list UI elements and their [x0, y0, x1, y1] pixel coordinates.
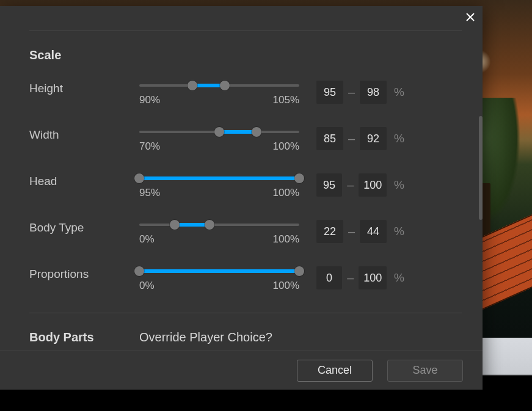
body-type-range-inputs: 22 – 44 % — [299, 220, 404, 243]
slider-fill — [139, 269, 299, 273]
height-min-input[interactable]: 95 — [316, 81, 343, 104]
unit-label: % — [394, 178, 404, 192]
proportions-slider[interactable] — [139, 266, 299, 276]
scrollbar-thumb[interactable] — [479, 116, 483, 220]
slider-thumb-hi[interactable] — [205, 220, 214, 230]
body-parts-row: Body Parts Override Player Choice? — [29, 330, 462, 344]
avatar-settings-modal: Scale Height 90% 105% — [0, 6, 483, 390]
unit-label: % — [394, 85, 404, 99]
body-type-max-input[interactable]: 44 — [360, 220, 387, 243]
slider-thumb-hi[interactable] — [252, 127, 261, 137]
head-min-input[interactable]: 95 — [316, 173, 342, 197]
slider-min-label: 95% — [139, 187, 160, 199]
head-slider-labels: 95% 100% — [139, 187, 299, 199]
slider-thumb-lo[interactable] — [170, 220, 180, 230]
slider-track — [139, 224, 299, 226]
body-type-label: Body Type — [29, 220, 139, 235]
slider-min-label: 70% — [139, 140, 160, 153]
head-range-inputs: 95 – 100 % — [299, 173, 404, 197]
head-label: Head — [29, 173, 139, 188]
slider-max-label: 100% — [273, 280, 299, 292]
range-dash: – — [347, 272, 354, 284]
unit-label: % — [394, 271, 404, 285]
override-question-label: Override Player Choice? — [139, 330, 462, 344]
height-slider-wrap: 90% 105% — [139, 81, 299, 106]
width-range-inputs: 85 – 92 % — [299, 127, 404, 150]
width-slider[interactable] — [139, 127, 299, 137]
head-slider-wrap: 95% 100% — [139, 173, 299, 199]
slider-thumb-hi[interactable] — [294, 173, 304, 183]
body-type-slider[interactable] — [139, 220, 299, 230]
width-slider-labels: 70% 100% — [139, 140, 299, 153]
range-dash: – — [348, 86, 355, 98]
width-min-input[interactable]: 85 — [316, 127, 343, 150]
section-divider — [29, 313, 462, 313]
body-type-slider-labels: 0% 100% — [139, 233, 299, 246]
width-max-input[interactable]: 92 — [360, 127, 387, 150]
proportions-max-input[interactable]: 100 — [359, 266, 387, 289]
body-type-min-input[interactable]: 22 — [316, 220, 343, 243]
slider-min-label: 0% — [139, 233, 155, 246]
proportions-slider-wrap: 0% 100% — [139, 266, 299, 292]
slider-thumb-hi[interactable] — [220, 81, 230, 90]
width-slider-wrap: 70% 100% — [139, 127, 299, 153]
body-parts-title: Body Parts — [29, 330, 139, 344]
head-max-input[interactable]: 100 — [359, 173, 387, 197]
proportions-range-inputs: 0 – 100 % — [299, 266, 404, 289]
modal-body: Scale Height 90% 105% — [0, 6, 483, 351]
slider-thumb-lo[interactable] — [214, 127, 224, 137]
height-slider[interactable] — [139, 81, 299, 90]
head-row: Head 95% 100% 95 – 100 — [29, 173, 462, 199]
modal-footer: Cancel Save — [0, 351, 483, 390]
range-dash: – — [347, 179, 354, 191]
slider-fill — [219, 130, 257, 134]
proportions-label: Proportions — [29, 266, 139, 281]
height-max-input[interactable]: 98 — [360, 81, 387, 104]
slider-thumb-lo[interactable] — [134, 266, 144, 276]
save-button[interactable]: Save — [387, 360, 463, 382]
slider-max-label: 100% — [273, 140, 299, 153]
width-row: Width 70% 100% 85 – 92 — [29, 127, 462, 153]
body-type-slider-wrap: 0% 100% — [139, 220, 299, 246]
height-slider-labels: 90% 105% — [139, 94, 299, 106]
slider-max-label: 105% — [273, 94, 299, 106]
unit-label: % — [394, 225, 404, 238]
slider-thumb-lo[interactable] — [134, 173, 144, 183]
scroll-region[interactable]: Scale Height 90% 105% — [29, 31, 468, 351]
width-label: Width — [29, 127, 139, 142]
cancel-button[interactable]: Cancel — [297, 360, 373, 382]
slider-max-label: 100% — [273, 233, 299, 246]
body-type-row: Body Type 0% 100% 22 – — [29, 220, 462, 246]
range-dash: – — [348, 225, 355, 238]
height-label: Height — [29, 81, 139, 95]
unit-label: % — [394, 132, 404, 145]
height-range-inputs: 95 – 98 % — [299, 81, 404, 104]
proportions-row: Proportions 0% 100% 0 – — [29, 266, 462, 292]
slider-thumb-lo[interactable] — [188, 81, 197, 90]
range-dash: – — [348, 133, 355, 145]
proportions-min-input[interactable]: 0 — [316, 266, 342, 289]
section-divider — [29, 31, 462, 31]
slider-max-label: 100% — [273, 187, 299, 199]
scale-section-title: Scale — [29, 48, 462, 62]
proportions-slider-labels: 0% 100% — [139, 280, 299, 292]
head-slider[interactable] — [139, 173, 299, 183]
height-row: Height 90% 105% 95 – 98 — [29, 81, 462, 106]
slider-thumb-hi[interactable] — [294, 266, 304, 276]
slider-min-label: 0% — [139, 280, 155, 292]
slider-fill — [139, 176, 299, 180]
slider-min-label: 90% — [139, 94, 160, 106]
